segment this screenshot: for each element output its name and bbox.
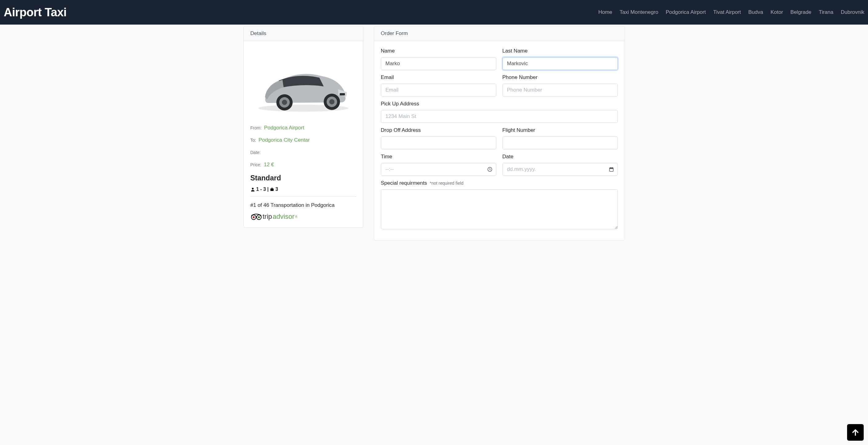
svg-point-16 <box>258 217 259 217</box>
tripadvisor-trip: trip <box>263 213 272 221</box>
to-label: To: <box>250 138 256 143</box>
nav-links: Home Taxi Montenegro Podgorica Airport T… <box>598 9 864 15</box>
nav-belgrade[interactable]: Belgrade <box>790 9 811 15</box>
from-label: From: <box>250 125 262 130</box>
name-label: Name <box>381 48 496 54</box>
date-row: Date: <box>250 149 356 156</box>
tripadvisor-advisor: advisor <box>273 213 294 221</box>
vehicle-class: Standard <box>250 174 356 182</box>
ranking-text: #1 of 46 Transportation in Podgorica <box>250 202 356 208</box>
phone-input[interactable] <box>502 83 618 97</box>
email-label: Email <box>381 74 496 80</box>
time-input[interactable] <box>381 163 496 176</box>
to-value: Podgorica City Centar <box>258 137 310 143</box>
order-form-card: Order Form Name Last Name Email Phone <box>374 26 625 241</box>
phone-label: Phone Number <box>502 74 618 80</box>
dropoff-input[interactable] <box>381 136 496 149</box>
svg-rect-7 <box>340 93 345 95</box>
nav-tirana[interactable]: Tirana <box>819 9 834 15</box>
details-card: Details From: <box>243 26 363 228</box>
nav-budva[interactable]: Budva <box>748 9 763 15</box>
price-label: Price: <box>250 162 261 167</box>
passenger-count: 1 - 3 <box>256 186 266 192</box>
special-textarea[interactable] <box>381 189 618 229</box>
svg-point-8 <box>252 187 253 189</box>
lastname-input[interactable] <box>502 57 618 70</box>
special-hint: *not required field <box>430 181 463 185</box>
price-row: Price: 12 € <box>250 162 356 168</box>
from-value: Podgorica Airport <box>264 125 304 131</box>
clock-icon[interactable] <box>487 167 493 172</box>
email-input[interactable] <box>381 83 496 97</box>
tripadvisor-logo[interactable]: tripadvisor® <box>250 213 356 221</box>
navbar: Airport Taxi Home Taxi Montenegro Podgor… <box>0 0 868 25</box>
name-input[interactable] <box>381 57 496 70</box>
nav-taxi-montenegro[interactable]: Taxi Montenegro <box>620 9 658 15</box>
nav-home[interactable]: Home <box>598 9 612 15</box>
svg-point-15 <box>253 217 254 217</box>
luggage-icon <box>270 187 274 192</box>
divider <box>250 196 356 197</box>
svg-point-3 <box>282 100 287 105</box>
form-header: Order Form <box>374 26 625 41</box>
svg-rect-9 <box>271 189 274 191</box>
car-image <box>250 48 356 122</box>
flight-input[interactable] <box>502 136 618 149</box>
tripadvisor-owl-icon <box>250 213 262 220</box>
lastname-label: Last Name <box>502 48 618 54</box>
luggage-count: 3 <box>275 186 278 192</box>
flight-label: Flight Number <box>502 127 618 133</box>
date-field-label: Date <box>502 153 618 160</box>
brand-logo[interactable]: Airport Taxi <box>4 6 66 19</box>
svg-point-6 <box>329 99 335 104</box>
price-value: 12 € <box>264 162 274 168</box>
special-label: Special requirments *not required field <box>381 180 618 186</box>
nav-tivat-airport[interactable]: Tivat Airport <box>713 9 741 15</box>
date-label: Date: <box>250 150 260 155</box>
pickup-label: Pick Up Address <box>381 101 618 107</box>
to-row: To: Podgorica City Centar <box>250 137 356 143</box>
pickup-input[interactable] <box>381 110 618 123</box>
calendar-icon[interactable] <box>609 167 614 172</box>
details-header: Details <box>244 26 363 41</box>
nav-podgorica-airport[interactable]: Podgorica Airport <box>666 9 706 15</box>
from-row: From: Podgorica Airport <box>250 125 356 131</box>
nav-kotor[interactable]: Kotor <box>771 9 783 15</box>
dropoff-label: Drop Off Address <box>381 127 496 133</box>
nav-dubrovnik[interactable]: Dubrovnik <box>841 9 864 15</box>
svg-rect-19 <box>610 168 613 169</box>
svg-rect-10 <box>271 188 273 189</box>
time-label: Time <box>381 153 496 160</box>
capacity-row: 1 - 3 | 3 <box>250 186 356 192</box>
person-icon <box>250 187 255 192</box>
cap-separator: | <box>268 186 269 192</box>
date-input[interactable] <box>502 163 618 176</box>
